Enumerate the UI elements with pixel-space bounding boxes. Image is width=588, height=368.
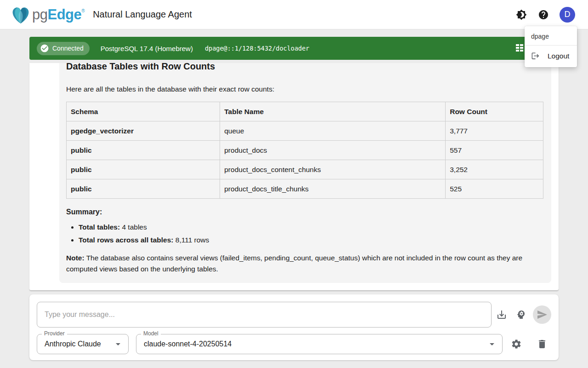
theme-toggle-button[interactable] <box>515 9 527 21</box>
assistant-message: Database Tables with Row Counts Here are… <box>59 63 551 283</box>
table-row: public product_docs_title_chunks 525 <box>67 179 543 199</box>
model-label: Model <box>141 331 161 336</box>
connection-bar: Connected PostgreSQL 17.4 (Homebrew) dpa… <box>29 37 559 60</box>
message-input[interactable] <box>37 302 492 328</box>
chat-message-list[interactable]: Database Tables with Row Counts Here are… <box>29 63 559 291</box>
logout-label: Logout <box>548 52 569 60</box>
model-select[interactable]: Model claude-sonnet-4-20250514 <box>136 334 503 354</box>
provider-label: Provider <box>42 331 67 336</box>
provider-select[interactable]: Provider Anthropic Claude <box>37 334 129 354</box>
header-actions: D <box>515 7 575 23</box>
send-button[interactable] <box>533 305 551 324</box>
download-icon <box>496 309 507 320</box>
logout-menu-item[interactable]: Logout <box>525 47 577 64</box>
column-header-table-name: Table Name <box>220 102 446 121</box>
table-name-cell: product_docs_title_chunks <box>220 179 446 199</box>
user-dropdown-menu: dpage Logout <box>525 26 577 67</box>
column-header-schema: Schema <box>67 102 220 121</box>
help-icon <box>538 9 549 20</box>
logout-icon <box>531 52 540 60</box>
app-header: pgEdge® Natural Language Agent D <box>0 0 588 29</box>
send-icon <box>537 309 548 320</box>
brand-wordmark: pgEdge® <box>32 6 85 23</box>
note-label: Note: <box>66 254 85 262</box>
message-intro: Here are all the tables in the database … <box>66 84 543 94</box>
summary-heading: Summary: <box>66 208 543 216</box>
table-row: pgedge_vectorizer queue 3,777 <box>67 121 543 141</box>
provider-value: Anthropic Claude <box>45 340 101 348</box>
tables-list-button[interactable] <box>514 43 525 53</box>
help-button[interactable] <box>537 9 549 21</box>
row-count-cell: 3,777 <box>446 121 543 141</box>
schema-cell: public <box>67 160 220 179</box>
pgedge-logo-icon <box>10 5 31 24</box>
table-row: public product_docs_content_chunks 3,252 <box>67 160 543 179</box>
thinking-mode-button[interactable] <box>512 305 530 324</box>
model-value: claude-sonnet-4-20250514 <box>144 340 232 348</box>
table-name-cell: product_docs <box>220 141 446 160</box>
column-header-row-count: Row Count <box>446 102 543 121</box>
trash-icon <box>537 339 548 350</box>
summary-list: Total tables: 4 tables Total rows across… <box>79 221 543 247</box>
download-button[interactable] <box>492 305 511 324</box>
server-version: PostgreSQL 17.4 (Homebrew) <box>101 45 193 52</box>
bullet-label: Total tables: <box>79 223 120 231</box>
table-name-cell: queue <box>220 121 446 141</box>
chevron-down-icon <box>113 339 124 350</box>
table-row: public product_docs 557 <box>67 141 543 160</box>
row-count-cell: 557 <box>446 141 543 160</box>
table-header-row: Schema Table Name Row Count <box>67 102 543 121</box>
bullet-value: 4 tables <box>120 223 147 231</box>
gear-icon <box>511 339 522 350</box>
bullet-value: 8,111 rows <box>173 236 209 244</box>
connection-status-label: Connected <box>52 45 84 52</box>
note-paragraph: Note: The database also contains several… <box>66 253 543 275</box>
row-count-cell: 3,252 <box>446 160 543 179</box>
list-item: Total rows across all tables: 8,111 rows <box>79 234 543 247</box>
composer-panel: Provider Anthropic Claude Model claude-s… <box>29 294 559 360</box>
schema-cell: public <box>67 141 220 160</box>
username-label: dpage <box>525 29 577 44</box>
list-item: Total tables: 4 tables <box>79 221 543 234</box>
connection-dsn: dpage@::1/128:5432/docloader <box>205 45 310 52</box>
chevron-down-icon <box>486 339 498 350</box>
connection-status-badge: Connected <box>37 42 90 55</box>
user-avatar[interactable]: D <box>560 7 575 23</box>
psychology-icon <box>515 309 526 320</box>
dark-mode-icon <box>516 9 527 20</box>
menu-divider <box>525 45 577 46</box>
row-count-cell: 525 <box>446 179 543 199</box>
bullet-label: Total rows across all tables: <box>79 236 173 244</box>
message-heading: Database Tables with Row Counts <box>66 63 543 72</box>
avatar-initial: D <box>565 10 571 19</box>
composer-actions <box>492 305 551 324</box>
check-circle-icon <box>40 44 49 53</box>
table-name-cell: product_docs_content_chunks <box>220 160 446 179</box>
clear-chat-button[interactable] <box>533 335 551 353</box>
row-counts-table: Schema Table Name Row Count pgedge_vecto… <box>66 102 543 199</box>
tables-grid-icon <box>515 43 524 53</box>
note-text: The database also contains several views… <box>66 254 522 273</box>
schema-cell: public <box>67 179 220 199</box>
pgedge-logo: pgEdge® <box>10 5 85 24</box>
page-title: Natural Language Agent <box>93 9 192 20</box>
settings-button[interactable] <box>507 335 526 353</box>
schema-cell: pgedge_vectorizer <box>67 121 220 141</box>
